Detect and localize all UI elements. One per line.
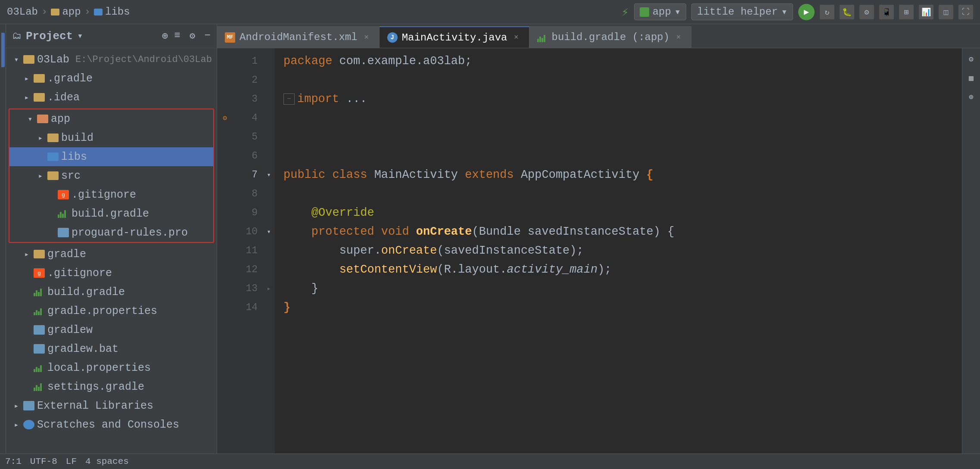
tree-item-settings-gradle[interactable]: settings.gradle xyxy=(6,377,217,396)
code-token-7-10 xyxy=(639,168,646,181)
code-line-9: @Override xyxy=(283,203,962,222)
file-icon-build-gradle-root xyxy=(34,288,45,296)
code-token-12-1: setContentView xyxy=(339,263,437,276)
code-token-10-sp1 xyxy=(374,225,381,238)
tab-build-gradle[interactable]: build.gradle (:app) × xyxy=(529,26,692,48)
tree-item-gradlew[interactable]: gradlew xyxy=(6,320,217,339)
gutter-13 xyxy=(219,165,231,184)
code-token-3-1: import xyxy=(297,93,339,106)
app-folder-icon xyxy=(51,9,59,16)
line-num-3: 3 xyxy=(233,90,263,109)
tree-item-gitignore-app[interactable]: g .gitignore xyxy=(9,185,213,204)
app-selector[interactable]: app ▾ xyxy=(634,3,687,20)
fold-12 xyxy=(263,260,275,279)
code-token-7-11: { xyxy=(647,168,653,181)
code-indent-11 xyxy=(283,244,339,257)
fold-4 xyxy=(263,109,275,127)
sidebar-hide-button[interactable]: − xyxy=(205,30,211,42)
fold-7[interactable] xyxy=(263,165,275,184)
tree-label-ext-libs: External Libraries xyxy=(37,400,153,412)
tree-item-proguard[interactable]: proguard-rules.pro xyxy=(9,223,213,242)
code-token-9-1: @Override xyxy=(311,206,374,219)
code-token-7-9: AppCompatActivity xyxy=(521,168,639,181)
folder-icon-libs xyxy=(47,152,59,161)
tree-label-settings-gradle: settings.gradle xyxy=(47,381,144,393)
code-line-5 xyxy=(283,127,962,146)
breadcrumb: 03Lab › app › libs xyxy=(7,6,130,18)
breadcrumb-03lab[interactable]: 03Lab xyxy=(7,6,38,18)
tree-item-local-properties[interactable]: local.properties xyxy=(6,358,217,377)
tab-close-mainactivity[interactable]: × xyxy=(512,33,521,42)
tree-item-gradlew-bat[interactable]: gradlew.bat xyxy=(6,339,217,358)
tree-item-dot-gradle[interactable]: .gradle xyxy=(6,69,217,88)
tree-item-ext-libs[interactable]: External Libraries xyxy=(6,396,217,415)
tree-item-gradle[interactable]: gradle xyxy=(6,245,217,264)
gutter-14 xyxy=(219,184,231,203)
line-num-7: 7 xyxy=(233,165,263,184)
tab-manifest[interactable]: MF AndroidManifest.xml × xyxy=(217,26,380,48)
line-num-12: 12 xyxy=(233,260,263,279)
tree-item-build-gradle-app[interactable]: build.gradle xyxy=(9,204,213,223)
file-icon-gradlew-bat xyxy=(34,344,45,354)
code-token-7-4 xyxy=(367,168,374,181)
sidebar-settings-button[interactable]: ⚙ xyxy=(187,30,199,42)
tree-item-build[interactable]: build xyxy=(9,128,213,147)
tree-item-root[interactable]: 03Lab E:\Project\Android\03Lab xyxy=(6,50,217,69)
helper-selector[interactable]: little helper ▾ xyxy=(691,3,793,20)
right-icon-1[interactable]: ⚙ xyxy=(964,52,979,66)
fold-5 xyxy=(263,127,275,146)
breadcrumb-app[interactable]: app xyxy=(51,6,81,18)
profiler-button[interactable]: 📊 xyxy=(919,5,933,19)
avd-button[interactable]: 📱 xyxy=(879,5,894,19)
tab-close-manifest[interactable]: × xyxy=(362,33,371,42)
tab-bar: MF AndroidManifest.xml × J MainActivity.… xyxy=(217,24,980,48)
fold-10[interactable] xyxy=(263,222,275,241)
fold-2 xyxy=(263,71,275,90)
tree-label-03lab: 03Lab xyxy=(37,53,69,66)
tab-close-build-gradle[interactable]: × xyxy=(674,33,683,42)
chevron-gradle-properties xyxy=(22,307,31,315)
locate-button[interactable]: ⊕ xyxy=(162,30,168,42)
code-indent-13 xyxy=(283,282,311,295)
fold-14 xyxy=(263,298,275,317)
collapse-all-button[interactable]: ≡ xyxy=(174,30,180,42)
tree-item-build-gradle-root[interactable]: build.gradle xyxy=(6,283,217,301)
line-num-1: 1 xyxy=(233,52,263,71)
tree-label-gradle: gradle xyxy=(47,248,86,261)
fold-11 xyxy=(263,241,275,260)
file-icon-proguard xyxy=(58,228,69,237)
sync-button[interactable]: ↻ xyxy=(820,5,834,19)
fullscreen-button[interactable]: ⛶ xyxy=(958,5,973,19)
fold-13[interactable] xyxy=(263,279,275,298)
fold-marker-3[interactable]: − xyxy=(283,93,295,105)
right-icon-3[interactable]: ⊕ xyxy=(964,90,979,104)
layout-button[interactable]: ◫ xyxy=(939,5,953,19)
code-editor: ⚙ 1 2 3 4 5 6 7 8 9 10 11 12 13 xyxy=(217,48,980,453)
tree-item-app[interactable]: app xyxy=(9,109,213,128)
code-token-7-6 xyxy=(458,168,465,181)
sdk-button[interactable]: ⊞ xyxy=(899,5,914,19)
sidebar-dropdown-arrow[interactable]: ▾ xyxy=(77,30,83,42)
tree-item-scratches[interactable]: Scratches and Consoles xyxy=(6,415,217,434)
tree-item-idea[interactable]: .idea xyxy=(6,88,217,107)
app-selector-label: app xyxy=(653,6,671,18)
tree-item-src[interactable]: src xyxy=(9,166,213,185)
chevron-gradlew xyxy=(22,326,31,334)
tree-item-gitignore-root[interactable]: g .gitignore xyxy=(6,264,217,283)
tab-mainactivity[interactable]: J MainActivity.java × xyxy=(380,26,529,48)
code-content[interactable]: package com.example.a03lab; − import ...… xyxy=(275,48,962,453)
tree-label-scratches: Scratches and Consoles xyxy=(37,419,179,431)
code-line-2 xyxy=(283,71,962,90)
code-line-11: super . onCreate (savedInstanceState); xyxy=(283,241,962,260)
run-button[interactable]: ▶ xyxy=(798,4,815,20)
tab-label-manifest: AndroidManifest.xml xyxy=(240,31,358,43)
debug-button[interactable]: 🐛 xyxy=(840,5,854,19)
breadcrumb-libs[interactable]: libs xyxy=(94,6,130,18)
sidebar-tree: 03Lab E:\Project\Android\03Lab .gradle .… xyxy=(6,48,217,453)
gutter-11 xyxy=(219,127,231,146)
build-button[interactable]: ⚙ xyxy=(859,5,874,19)
tree-item-libs[interactable]: libs xyxy=(9,147,213,166)
sidebar-header-icons: ⊕ ≡ ⚙ − xyxy=(162,30,211,42)
right-icon-2[interactable]: ▦ xyxy=(964,71,979,85)
tree-item-gradle-properties[interactable]: gradle.properties xyxy=(6,301,217,320)
